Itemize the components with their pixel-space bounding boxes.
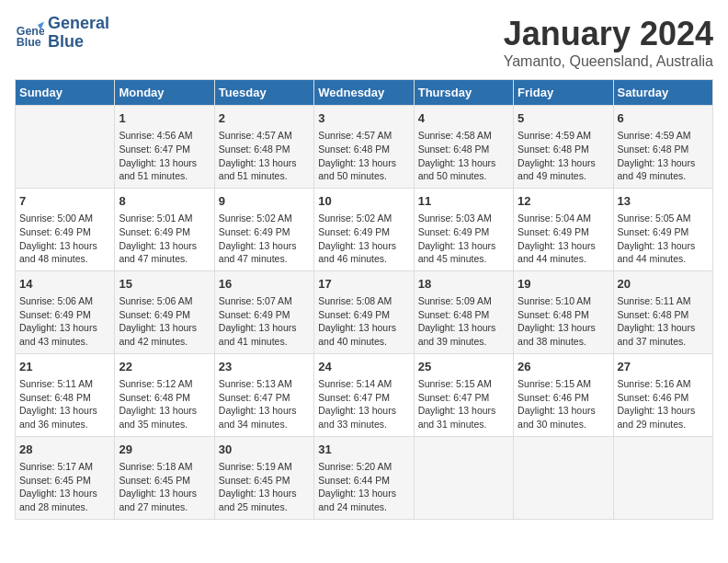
calendar-cell: 3Sunrise: 4:57 AM Sunset: 6:48 PM Daylig… [314, 106, 414, 189]
day-info: Sunrise: 5:15 AM Sunset: 6:47 PM Dayligh… [418, 377, 509, 431]
calendar-cell: 29Sunrise: 5:18 AM Sunset: 6:45 PM Dayli… [115, 436, 214, 519]
day-number: 12 [518, 193, 609, 210]
day-info: Sunrise: 4:57 AM Sunset: 6:48 PM Dayligh… [318, 129, 409, 183]
day-number: 4 [418, 110, 509, 127]
weekday-header: Sunday [16, 80, 115, 106]
calendar-cell: 9Sunrise: 5:02 AM Sunset: 6:49 PM Daylig… [214, 188, 313, 270]
day-number: 26 [518, 359, 609, 375]
svg-text:Blue: Blue [17, 36, 41, 48]
weekday-header: Thursday [414, 80, 513, 106]
calendar-cell [414, 436, 513, 519]
day-info: Sunrise: 5:09 AM Sunset: 6:48 PM Dayligh… [418, 294, 509, 349]
day-number: 14 [19, 276, 110, 293]
weekday-header: Wednesday [314, 80, 414, 106]
day-info: Sunrise: 5:10 AM Sunset: 6:48 PM Dayligh… [518, 294, 609, 349]
calendar-cell: 19Sunrise: 5:10 AM Sunset: 6:48 PM Dayli… [514, 270, 613, 353]
calendar-cell: 7Sunrise: 5:00 AM Sunset: 6:49 PM Daylig… [16, 188, 115, 270]
day-info: Sunrise: 4:57 AM Sunset: 6:48 PM Dayligh… [219, 129, 310, 183]
calendar-cell: 23Sunrise: 5:13 AM Sunset: 6:47 PM Dayli… [214, 353, 313, 436]
calendar-cell: 2Sunrise: 4:57 AM Sunset: 6:48 PM Daylig… [214, 106, 313, 189]
day-number: 15 [119, 276, 210, 293]
calendar-cell: 27Sunrise: 5:16 AM Sunset: 6:46 PM Dayli… [613, 353, 712, 436]
sub-title: Yamanto, Queensland, Australia [504, 53, 713, 70]
day-number: 6 [618, 110, 709, 127]
calendar-cell: 6Sunrise: 4:59 AM Sunset: 6:48 PM Daylig… [613, 106, 712, 189]
calendar-cell: 16Sunrise: 5:07 AM Sunset: 6:49 PM Dayli… [214, 270, 313, 353]
day-number: 3 [318, 110, 409, 127]
day-number: 19 [518, 276, 609, 293]
calendar-table: SundayMondayTuesdayWednesdayThursdayFrid… [15, 79, 713, 520]
day-number: 11 [418, 193, 509, 210]
calendar-week-row: 21Sunrise: 5:11 AM Sunset: 6:48 PM Dayli… [16, 353, 713, 436]
day-info: Sunrise: 5:08 AM Sunset: 6:49 PM Dayligh… [318, 294, 409, 349]
calendar-week-row: 1Sunrise: 4:56 AM Sunset: 6:47 PM Daylig… [16, 106, 713, 189]
title-section: January 2024 Yamanto, Queensland, Austra… [504, 15, 713, 70]
day-info: Sunrise: 5:04 AM Sunset: 6:49 PM Dayligh… [518, 212, 609, 266]
day-number: 9 [219, 193, 310, 210]
calendar-cell: 28Sunrise: 5:17 AM Sunset: 6:45 PM Dayli… [16, 436, 115, 519]
day-number: 30 [219, 442, 310, 458]
day-number: 31 [318, 442, 409, 458]
day-number: 2 [219, 110, 310, 127]
calendar-week-row: 14Sunrise: 5:06 AM Sunset: 6:49 PM Dayli… [16, 270, 713, 353]
day-info: Sunrise: 5:00 AM Sunset: 6:49 PM Dayligh… [19, 212, 110, 266]
calendar-cell: 10Sunrise: 5:02 AM Sunset: 6:49 PM Dayli… [314, 188, 414, 270]
calendar-cell: 1Sunrise: 4:56 AM Sunset: 6:47 PM Daylig… [115, 106, 214, 189]
day-number: 28 [19, 442, 110, 458]
day-info: Sunrise: 5:11 AM Sunset: 6:48 PM Dayligh… [19, 377, 110, 431]
day-number: 7 [19, 193, 110, 210]
day-info: Sunrise: 5:07 AM Sunset: 6:49 PM Dayligh… [219, 294, 310, 349]
weekday-header: Monday [115, 80, 214, 106]
page-header: General Blue General Blue January 2024 Y… [15, 15, 713, 70]
day-info: Sunrise: 4:59 AM Sunset: 6:48 PM Dayligh… [618, 129, 709, 183]
calendar-cell: 12Sunrise: 5:04 AM Sunset: 6:49 PM Dayli… [514, 188, 613, 270]
day-number: 27 [618, 359, 709, 375]
day-info: Sunrise: 5:15 AM Sunset: 6:46 PM Dayligh… [518, 377, 609, 431]
calendar-cell: 24Sunrise: 5:14 AM Sunset: 6:47 PM Dayli… [314, 353, 414, 436]
logo: General Blue General Blue [15, 15, 109, 52]
day-info: Sunrise: 5:12 AM Sunset: 6:48 PM Dayligh… [119, 377, 210, 431]
day-number: 23 [219, 359, 310, 375]
day-info: Sunrise: 5:01 AM Sunset: 6:49 PM Dayligh… [119, 212, 210, 266]
day-info: Sunrise: 5:06 AM Sunset: 6:49 PM Dayligh… [19, 294, 110, 349]
calendar-cell: 18Sunrise: 5:09 AM Sunset: 6:48 PM Dayli… [414, 270, 513, 353]
weekday-header: Friday [514, 80, 613, 106]
weekday-header: Saturday [613, 80, 712, 106]
day-info: Sunrise: 5:20 AM Sunset: 6:44 PM Dayligh… [318, 460, 409, 514]
day-info: Sunrise: 5:11 AM Sunset: 6:48 PM Dayligh… [618, 294, 709, 349]
day-info: Sunrise: 5:06 AM Sunset: 6:49 PM Dayligh… [119, 294, 210, 349]
main-title: January 2024 [504, 15, 713, 53]
calendar-cell: 26Sunrise: 5:15 AM Sunset: 6:46 PM Dayli… [514, 353, 613, 436]
calendar-cell [613, 436, 712, 519]
day-info: Sunrise: 5:16 AM Sunset: 6:46 PM Dayligh… [618, 377, 709, 431]
day-info: Sunrise: 5:17 AM Sunset: 6:45 PM Dayligh… [19, 460, 110, 514]
calendar-cell: 4Sunrise: 4:58 AM Sunset: 6:48 PM Daylig… [414, 106, 513, 189]
day-info: Sunrise: 5:02 AM Sunset: 6:49 PM Dayligh… [318, 212, 409, 266]
day-info: Sunrise: 5:02 AM Sunset: 6:49 PM Dayligh… [219, 212, 310, 266]
day-info: Sunrise: 5:18 AM Sunset: 6:45 PM Dayligh… [119, 460, 210, 514]
calendar-cell: 25Sunrise: 5:15 AM Sunset: 6:47 PM Dayli… [414, 353, 513, 436]
day-number: 29 [119, 442, 210, 458]
calendar-cell: 20Sunrise: 5:11 AM Sunset: 6:48 PM Dayli… [613, 270, 712, 353]
day-info: Sunrise: 5:14 AM Sunset: 6:47 PM Dayligh… [318, 377, 409, 431]
calendar-cell: 31Sunrise: 5:20 AM Sunset: 6:44 PM Dayli… [314, 436, 414, 519]
day-number: 13 [618, 193, 709, 210]
calendar-week-row: 28Sunrise: 5:17 AM Sunset: 6:45 PM Dayli… [16, 436, 713, 519]
day-info: Sunrise: 5:05 AM Sunset: 6:49 PM Dayligh… [618, 212, 709, 266]
day-number: 25 [418, 359, 509, 375]
day-number: 20 [618, 276, 709, 293]
calendar-cell: 11Sunrise: 5:03 AM Sunset: 6:49 PM Dayli… [414, 188, 513, 270]
day-info: Sunrise: 4:56 AM Sunset: 6:47 PM Dayligh… [119, 129, 210, 183]
logo-icon: General Blue [15, 18, 44, 48]
day-info: Sunrise: 5:03 AM Sunset: 6:49 PM Dayligh… [418, 212, 509, 266]
logo-text: General Blue [48, 15, 109, 52]
day-info: Sunrise: 5:19 AM Sunset: 6:45 PM Dayligh… [219, 460, 310, 514]
day-number: 1 [119, 110, 210, 127]
day-number: 16 [219, 276, 310, 293]
calendar-cell: 8Sunrise: 5:01 AM Sunset: 6:49 PM Daylig… [115, 188, 214, 270]
calendar-cell: 21Sunrise: 5:11 AM Sunset: 6:48 PM Dayli… [16, 353, 115, 436]
header-row: SundayMondayTuesdayWednesdayThursdayFrid… [16, 80, 713, 106]
calendar-cell: 13Sunrise: 5:05 AM Sunset: 6:49 PM Dayli… [613, 188, 712, 270]
day-number: 21 [19, 359, 110, 375]
calendar-cell: 17Sunrise: 5:08 AM Sunset: 6:49 PM Dayli… [314, 270, 414, 353]
